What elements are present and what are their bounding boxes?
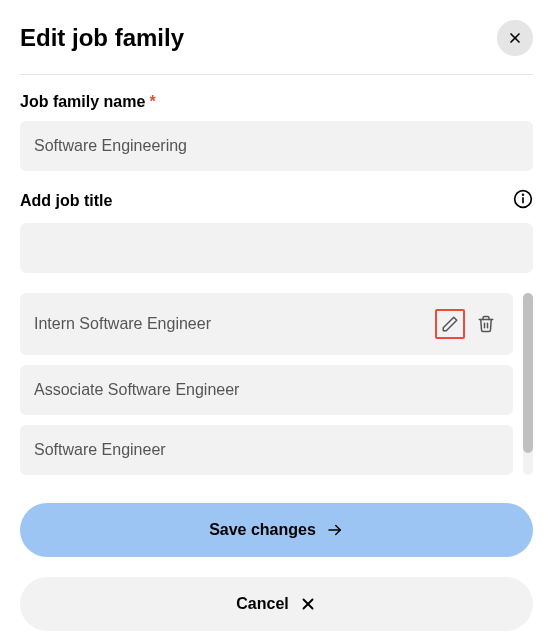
scrollbar-thumb[interactable] — [523, 293, 533, 453]
job-title-text: Associate Software Engineer — [34, 381, 239, 399]
svg-point-4 — [523, 194, 524, 195]
job-title-item: Intern Software Engineer — [20, 293, 513, 355]
modal-actions: Save changes Cancel — [20, 503, 533, 631]
info-icon[interactable] — [513, 189, 533, 213]
save-button[interactable]: Save changes — [20, 503, 533, 557]
cancel-button[interactable]: Cancel — [20, 577, 533, 631]
job-title-actions — [435, 309, 499, 339]
required-indicator: * — [149, 93, 155, 111]
close-button[interactable] — [497, 20, 533, 56]
family-name-input[interactable] — [20, 121, 533, 171]
add-title-field: Add job title — [20, 189, 533, 273]
add-title-label: Add job title — [20, 192, 112, 210]
arrow-right-icon — [326, 521, 344, 539]
modal-title: Edit job family — [20, 24, 184, 52]
edit-job-family-modal: Edit job family Job family name * Add jo… — [0, 0, 553, 642]
add-title-input[interactable] — [20, 223, 533, 273]
family-name-label: Job family name * — [20, 93, 533, 111]
job-titles-container: Intern Software EngineerAssociate Softwa… — [20, 293, 533, 475]
job-title-text: Intern Software Engineer — [34, 315, 211, 333]
scrollbar[interactable] — [523, 293, 533, 475]
close-icon — [299, 595, 317, 613]
job-title-item: Associate Software Engineer — [20, 365, 513, 415]
close-icon — [507, 30, 523, 46]
job-title-text: Software Engineer — [34, 441, 166, 459]
modal-header: Edit job family — [20, 20, 533, 75]
pencil-icon — [441, 315, 459, 333]
cancel-button-label: Cancel — [236, 595, 288, 613]
trash-icon — [477, 315, 495, 333]
add-title-label-row: Add job title — [20, 189, 533, 213]
edit-title-button[interactable] — [435, 309, 465, 339]
save-button-label: Save changes — [209, 521, 316, 539]
family-name-field: Job family name * — [20, 93, 533, 171]
delete-title-button[interactable] — [473, 311, 499, 337]
job-title-item: Software Engineer — [20, 425, 513, 475]
family-name-label-text: Job family name — [20, 93, 145, 111]
job-titles-list: Intern Software EngineerAssociate Softwa… — [20, 293, 533, 475]
